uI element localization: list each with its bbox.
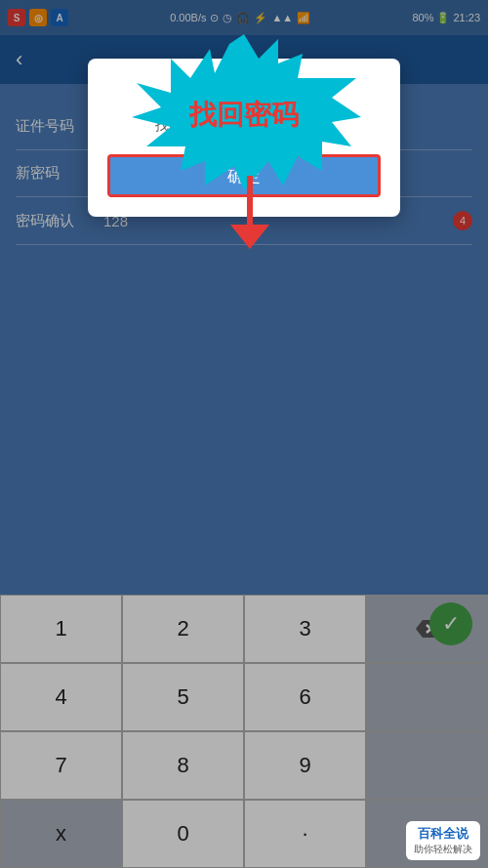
watermark: 百科全说 助你轻松解决 (406, 821, 480, 860)
tooltip-text: 找回密码 (188, 99, 299, 130)
tooltip-bubble-svg: 找回密码 (127, 29, 361, 195)
watermark-title: 百科全说 (414, 825, 472, 843)
svg-marker-2 (230, 225, 269, 249)
app-wrapper: S ◎ A 0.00B/s ⊙ ◷ 🎧 ⚡ ▲▲ 📶 80% 🔋 21:23 ‹… (0, 0, 488, 868)
tooltip-container: 找回密码 (127, 29, 361, 195)
arrow-svg (221, 176, 279, 254)
watermark-subtitle: 助你轻松解决 (414, 843, 472, 856)
